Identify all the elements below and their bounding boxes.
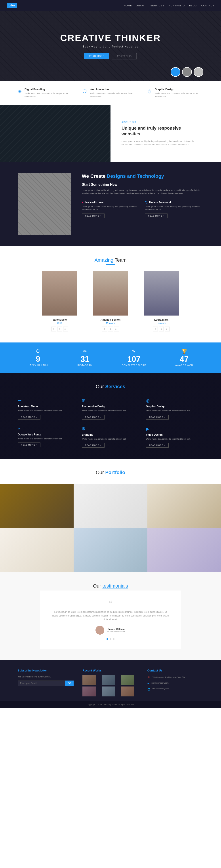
about-title: Unique and truly responsive websites [121, 125, 197, 137]
testimonial-dots [51, 638, 170, 640]
team-socials-2: f t g+ [88, 327, 133, 332]
service-branding: ❋ Branding Works memo tera commodo. lore… [82, 426, 139, 448]
site-logo[interactable]: L·fer [7, 3, 17, 8]
team-socials-1: f t g+ [37, 327, 82, 332]
footer-work-4[interactable] [82, 686, 96, 696]
we-create-image [18, 173, 71, 235]
team-photo-2 [93, 271, 128, 315]
features-row: ◈ Digital Branding Works memo tera commo… [0, 81, 221, 105]
hex-icon: ⬡ [145, 200, 147, 204]
stat-label-instagram: Instagram [77, 364, 92, 367]
footer-work-1[interactable] [82, 675, 96, 685]
social-tw-1[interactable]: t [57, 327, 62, 332]
hero-portfolio-button[interactable]: PORTFOLIO [112, 53, 137, 59]
footer-newsletter-text: Join us by subscribing our newsletter. [18, 675, 74, 678]
social-fb-3[interactable]: f [153, 327, 158, 332]
hero-content: CREATIVE THINKER Easy way to build Perfe… [60, 33, 161, 59]
social-gp-2[interactable]: g+ [114, 327, 119, 332]
service-btn-3[interactable]: READ MORE » [146, 415, 169, 420]
team-photo-1 [42, 271, 77, 315]
service-text-5: Works memo tera commodo. lorem text lore… [82, 438, 139, 441]
portfolio-image-3 [147, 484, 221, 528]
hero-title: CREATIVE THINKER [60, 33, 161, 43]
wc-readmore-1[interactable]: READ MORE » [82, 214, 105, 218]
dot-3[interactable] [113, 638, 114, 640]
web-interactive-icon: ⬡ [82, 88, 87, 94]
social-gp-3[interactable]: g+ [165, 327, 170, 332]
services-section: Our Services ☰ Bootstrap Menu Works memo… [0, 373, 221, 459]
team-role-2: Manager [88, 322, 133, 324]
portfolio-item-1[interactable] [0, 484, 74, 528]
service-btn-1[interactable]: READ MORE » [18, 415, 40, 420]
portfolio-image-5 [74, 528, 147, 572]
wc-feature-framework-title: ⬡ Modern Framework [145, 200, 203, 204]
service-title-3: Graphic Design [146, 405, 203, 408]
we-create-subtitle: Start Something New [82, 183, 203, 187]
about-text: Lorem ipsum ut iriure vel ibi princting … [121, 140, 197, 146]
portfolio-item-3[interactable] [147, 484, 221, 528]
social-tw-3[interactable]: t [159, 327, 164, 332]
wc-feature-framework-text: Lorem ipsum ut iriure vel ibi princting … [145, 205, 203, 211]
dot-2[interactable] [110, 638, 111, 640]
social-gp-1[interactable]: g+ [63, 327, 68, 332]
nav-links: Home About Services Portfolio Blog Conta… [124, 3, 214, 7]
footer-newsletter-title: Subscribe Newsletter [18, 669, 74, 672]
nav-home[interactable]: Home [124, 4, 132, 7]
dot-1[interactable] [107, 638, 108, 640]
hero-readmore-button[interactable]: READ MORE [84, 53, 109, 59]
wc-feature-love-title: ♥ Made with Love [82, 200, 140, 204]
team-card-1: Jane Mycle CEO f t g+ [37, 271, 82, 332]
nav-contact[interactable]: Contact [201, 4, 214, 7]
section-underline [106, 264, 115, 265]
footer-work-3[interactable] [121, 675, 134, 685]
testimonial-author-role: Front End Developer [107, 630, 125, 632]
testimonial-avatar [95, 626, 104, 634]
nav-blog[interactable]: Blog [189, 4, 197, 7]
service-btn-2[interactable]: READ MORE » [82, 415, 105, 420]
nav-about[interactable]: About [136, 4, 146, 7]
stat-number-clients: 9 [28, 355, 48, 363]
team-name-2: Amanda Seylon [88, 318, 133, 321]
services-underline [106, 391, 115, 391]
service-btn-6[interactable]: READ MORE » [146, 443, 169, 447]
portfolio-item-6[interactable] [147, 528, 221, 572]
footer-work-6[interactable] [121, 686, 134, 696]
newsletter-email-input[interactable] [18, 681, 65, 686]
portfolio-item-5[interactable] [74, 528, 147, 572]
service-btn-5[interactable]: READ MORE » [82, 443, 105, 447]
services-grid: ☰ Bootstrap Menu Works memo tera commodo… [18, 398, 203, 447]
newsletter-submit-button[interactable]: GO [65, 681, 74, 686]
nav-portfolio[interactable]: Portfolio [169, 4, 185, 7]
wc-readmore-2[interactable]: READ MORE » [145, 214, 167, 218]
social-fb-2[interactable]: f [102, 327, 107, 332]
footer-work-5[interactable] [102, 686, 115, 696]
portfolio-item-2[interactable] [74, 484, 147, 528]
social-tw-2[interactable]: t [108, 327, 113, 332]
footer: Subscribe Newsletter Join us by subscrib… [0, 660, 221, 701]
service-bootstrap: ☰ Bootstrap Menu Works memo tera commodo… [18, 398, 75, 420]
portfolio-image-6 [147, 528, 221, 572]
contact-email: ✉ info@company.com [147, 681, 203, 686]
service-text-4: Works memo tera commodo. lorem text lore… [18, 437, 75, 440]
testimonial-box: ❝ Lorem ipsum do lorem lorem consecturin… [40, 590, 181, 649]
hero-subtitle: Easy way to build Perfect websites [60, 45, 161, 48]
hero-avatar-2 [182, 67, 192, 77]
hero-avatar-3 [194, 67, 203, 77]
portfolio-item-4[interactable] [0, 528, 74, 572]
service-btn-4[interactable]: READ MORE » [18, 442, 40, 447]
team-socials-3: f t g+ [139, 327, 184, 332]
graphic-design-icon: ◎ [147, 88, 151, 94]
footer-newsletter: Subscribe Newsletter Join us by subscrib… [18, 669, 74, 696]
service-title-1: Bootstrap Menu [18, 405, 75, 408]
feature-text-2: Works memo tera commodo. Nulla semper iu… [90, 92, 138, 98]
we-create-content: We Create Designs and Technology Start S… [82, 173, 203, 218]
social-fb-1[interactable]: f [51, 327, 56, 332]
service-text-6: Works memo tera commodo. lorem text lore… [146, 438, 203, 441]
team-role-1: CEO [37, 322, 82, 324]
footer-work-2[interactable] [102, 675, 115, 685]
about-small-title: About Us [121, 121, 197, 123]
navbar: L·fer Home About Services Portfolio Blog… [0, 0, 221, 10]
nav-services[interactable]: Services [150, 4, 164, 7]
hero-section: CREATIVE THINKER Easy way to build Perfe… [0, 10, 221, 81]
video-icon: ▶ [146, 426, 203, 431]
